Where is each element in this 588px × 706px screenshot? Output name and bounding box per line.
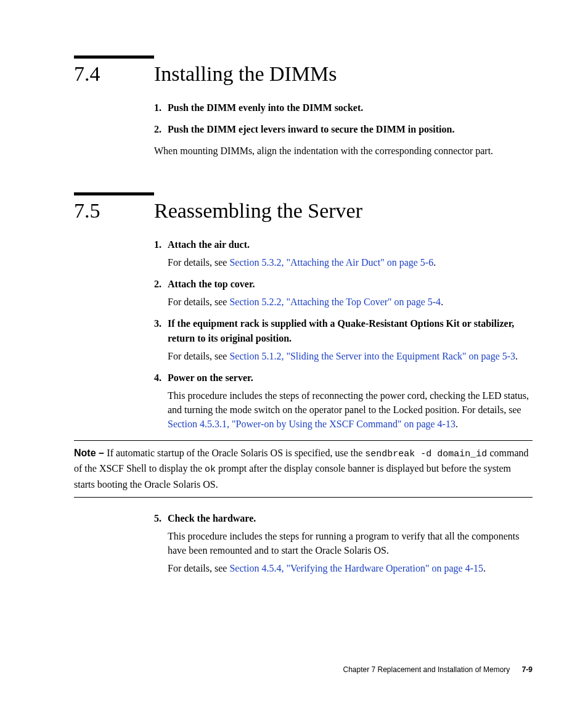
step-detail: For details, see Section 4.5.4, "Verifyi… [168,561,533,575]
step-detail: This procedure includes the steps of rec… [168,388,533,432]
section-rule [74,55,154,59]
text: . [483,563,486,573]
section-7-5: 7.5 Reassembling the Server 1. Attach th… [74,192,533,576]
step-number: 5. [154,511,168,576]
step-item: 5. Check the hardware. This procedure in… [154,511,533,576]
cross-reference-link[interactable]: Section 5.1.2, "Sliding the Server into … [229,351,515,361]
text: For details, see [168,563,229,573]
step-item: 2. Attach the top cover. For details, se… [154,277,533,309]
step-title: Push the DIMM evenly into the DIMM socke… [168,102,363,113]
code-text: sendbreak -d domain_id [365,449,487,459]
step-item: 1. Attach the air duct. For details, see… [154,237,533,269]
section-heading: 7.4 Installing the DIMMs [74,62,533,86]
step-number: 1. [154,237,168,269]
step-number: 2. [154,122,168,136]
text: For details, see [168,297,229,307]
text: . [441,297,443,307]
step-detail: This procedure includes the steps for ru… [168,529,533,557]
note-box: Note – If automatic startup of the Oracl… [74,440,533,498]
section-heading: 7.5 Reassembling the Server [74,199,533,223]
step-item: 1. Push the DIMM evenly into the DIMM so… [154,101,533,115]
page-footer: Chapter 7 Replacement and Installation o… [343,665,533,674]
section-7-4: 7.4 Installing the DIMMs 1. Push the DIM… [74,55,533,158]
section-number: 7.4 [74,62,154,86]
step-number: 2. [154,277,168,309]
step-title: Attach the top cover. [168,279,255,289]
step-detail: For details, see Section 5.2.2, "Attachi… [168,295,533,309]
step-title: Attach the air duct. [168,239,250,250]
step-title: Check the hardware. [168,513,256,523]
text: . [455,419,458,429]
code-text: ok [205,464,216,475]
text: . [433,257,436,268]
footer-page-number: 7-9 [522,665,533,674]
note-label: Note – [74,448,107,458]
step-number: 3. [154,316,168,363]
section-rule [74,192,154,195]
step-title: If the equipment rack is supplied with a… [168,318,514,343]
note-text: If automatic startup of the Oracle Solar… [107,448,365,458]
section-title: Reassembling the Server [154,199,362,223]
step-item: 4. Power on the server. This procedure i… [154,371,533,432]
section-title: Installing the DIMMs [154,62,337,86]
paragraph: When mounting DIMMs, align the indentati… [154,144,533,158]
step-item: 2. Push the DIMM eject levers inward to … [154,122,533,136]
step-detail: For details, see Section 5.1.2, "Sliding… [168,349,533,363]
cross-reference-link[interactable]: Section 5.2.2, "Attaching the Top Cover"… [229,297,441,307]
footer-chapter: Chapter 7 Replacement and Installation o… [343,665,510,674]
step-number: 1. [154,101,168,115]
cross-reference-link[interactable]: Section 4.5.3.1, "Power-on by Using the … [168,419,455,429]
text: For details, see [168,351,229,361]
step-number: 4. [154,371,168,432]
cross-reference-link[interactable]: Section 5.3.2, "Attaching the Air Duct" … [229,257,433,268]
text: . [515,351,518,361]
text: For details, see [168,257,229,268]
section-number: 7.5 [74,199,154,223]
step-detail: For details, see Section 5.3.2, "Attachi… [168,255,533,269]
step-item: 3. If the equipment rack is supplied wit… [154,316,533,363]
step-title: Push the DIMM eject levers inward to sec… [168,124,454,134]
cross-reference-link[interactable]: Section 4.5.4, "Verifying the Hardware O… [229,563,483,573]
text: This procedure includes the steps of rec… [168,390,529,415]
step-title: Power on the server. [168,372,253,383]
